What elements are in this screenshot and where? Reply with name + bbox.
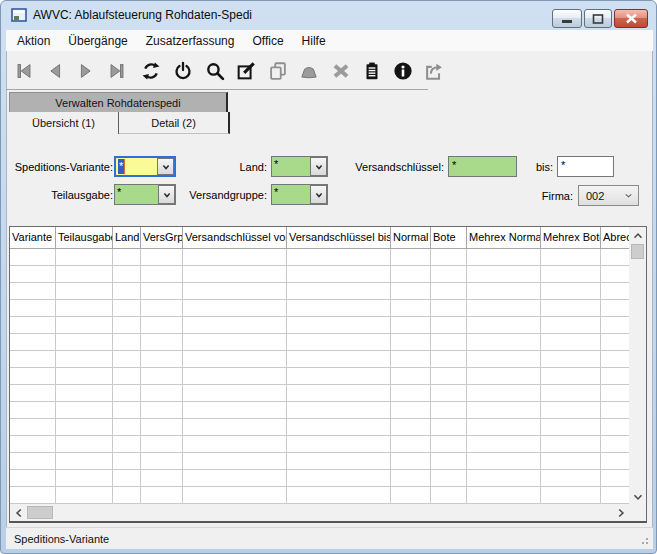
- table-cell: [141, 487, 183, 503]
- table-row[interactable]: [10, 436, 629, 453]
- table-row[interactable]: [10, 453, 629, 470]
- clipboard-button[interactable]: [359, 58, 385, 84]
- title-bar[interactable]: AWVC: Ablaufsteuerung Rohdaten-Spedi: [1, 1, 657, 30]
- table-cell: [113, 368, 141, 384]
- table-row[interactable]: [10, 249, 629, 266]
- column-header-5[interactable]: Versandschlüssel bis: [287, 227, 391, 248]
- status-text: Speditions-Variante: [14, 533, 109, 545]
- versandschluessel-input[interactable]: *: [448, 156, 517, 177]
- table-row[interactable]: [10, 266, 629, 283]
- menu-zusatzerfassung[interactable]: Zusatzerfassung: [137, 32, 244, 50]
- column-header-1[interactable]: Teilausgabe: [56, 227, 113, 248]
- table-cell: [601, 402, 629, 418]
- table-cell: [467, 419, 541, 435]
- table-cell: [113, 419, 141, 435]
- scroll-up-button[interactable]: [629, 227, 646, 244]
- maximize-button[interactable]: [584, 9, 612, 28]
- table-cell: [141, 453, 183, 469]
- table-cell: [183, 470, 287, 486]
- table-row[interactable]: [10, 470, 629, 487]
- bis-input[interactable]: *: [557, 156, 614, 177]
- horizontal-scroll-thumb[interactable]: [27, 506, 53, 519]
- column-header-9[interactable]: Mehrex Bote: [541, 227, 601, 248]
- scroll-down-button[interactable]: [629, 488, 646, 505]
- delete-button[interactable]: [328, 58, 354, 84]
- column-header-6[interactable]: Normal: [391, 227, 431, 248]
- chevron-down-icon: [160, 161, 172, 173]
- table-cell: [287, 385, 391, 401]
- table-cell: [10, 436, 56, 452]
- horizontal-scrollbar[interactable]: [10, 504, 629, 521]
- last-record-button[interactable]: [104, 58, 130, 84]
- table-cell: [431, 385, 467, 401]
- table-cell: [467, 402, 541, 418]
- table-row[interactable]: [10, 419, 629, 436]
- table-cell: [141, 249, 183, 265]
- resize-grip[interactable]: [639, 535, 649, 545]
- table-cell: [287, 470, 391, 486]
- copy-button[interactable]: [265, 58, 291, 84]
- land-combobox[interactable]: *: [271, 156, 328, 177]
- column-header-10[interactable]: Abrec: [601, 227, 629, 248]
- menu-hilfe[interactable]: Hilfe: [293, 32, 335, 50]
- share-export-button[interactable]: [421, 58, 447, 84]
- table-cell: [287, 351, 391, 367]
- search-button[interactable]: [202, 58, 228, 84]
- table-row[interactable]: [10, 334, 629, 351]
- tab-verwalten-rohdatenspedi[interactable]: Verwalten Rohdatenspedi: [9, 92, 228, 112]
- edit-button[interactable]: [233, 58, 259, 84]
- firma-value: 002: [586, 190, 604, 202]
- tab-detail[interactable]: Detail (2): [119, 112, 230, 134]
- menu-office[interactable]: Office: [243, 32, 292, 50]
- info-button[interactable]: [390, 58, 416, 84]
- table-row[interactable]: [10, 368, 629, 385]
- next-record-button[interactable]: [73, 58, 99, 84]
- table-cell: [113, 453, 141, 469]
- table-cell: [10, 470, 56, 486]
- share-export-icon: [423, 60, 445, 82]
- table-cell: [183, 334, 287, 350]
- table-row[interactable]: [10, 300, 629, 317]
- tab-uebersicht[interactable]: Übersicht (1): [9, 112, 119, 134]
- table-cell: [541, 402, 601, 418]
- firma-select[interactable]: 002: [578, 185, 639, 206]
- table-row[interactable]: [10, 351, 629, 368]
- minimize-icon: [560, 13, 574, 24]
- column-header-3[interactable]: VersGrp: [141, 227, 183, 248]
- table-row[interactable]: [10, 385, 629, 402]
- table-cell: [601, 470, 629, 486]
- column-header-4[interactable]: Versandschlüssel von: [183, 227, 287, 248]
- table-cell: [56, 436, 113, 452]
- menu-uebergaenge[interactable]: Übergänge: [59, 32, 136, 50]
- exit-power-button[interactable]: [170, 58, 196, 84]
- drive-button[interactable]: [296, 58, 322, 84]
- table-row[interactable]: [10, 317, 629, 334]
- table-row[interactable]: [10, 487, 629, 504]
- minimize-button[interactable]: [552, 9, 582, 28]
- speditions-variante-combobox[interactable]: *: [114, 156, 176, 177]
- table-row[interactable]: [10, 283, 629, 300]
- versandgruppe-dropdown-button[interactable]: [310, 185, 327, 204]
- column-header-2[interactable]: Land: [113, 227, 141, 248]
- teilausgabe-combobox[interactable]: *: [114, 184, 176, 205]
- vertical-scroll-thumb[interactable]: [631, 244, 644, 259]
- previous-record-button[interactable]: [42, 58, 68, 84]
- versandgruppe-combobox[interactable]: *: [271, 184, 328, 205]
- column-header-0[interactable]: Variante: [10, 227, 56, 248]
- table-cell: [601, 385, 629, 401]
- column-header-8[interactable]: Mehrex Normal: [467, 227, 541, 248]
- close-button[interactable]: [614, 9, 648, 28]
- table-cell: [541, 249, 601, 265]
- table-row[interactable]: [10, 402, 629, 419]
- menu-aktion[interactable]: Aktion: [8, 32, 59, 50]
- scroll-left-button[interactable]: [10, 504, 27, 521]
- teilausgabe-dropdown-button[interactable]: [158, 185, 175, 204]
- scroll-right-button[interactable]: [612, 504, 629, 521]
- table-cell: [601, 249, 629, 265]
- first-record-button[interactable]: [11, 58, 37, 84]
- table-cell: [391, 402, 431, 418]
- column-header-7[interactable]: Bote: [431, 227, 467, 248]
- speditions-variante-dropdown-button[interactable]: [157, 158, 174, 175]
- vertical-scrollbar[interactable]: [629, 227, 646, 505]
- refresh-button[interactable]: [138, 58, 164, 84]
